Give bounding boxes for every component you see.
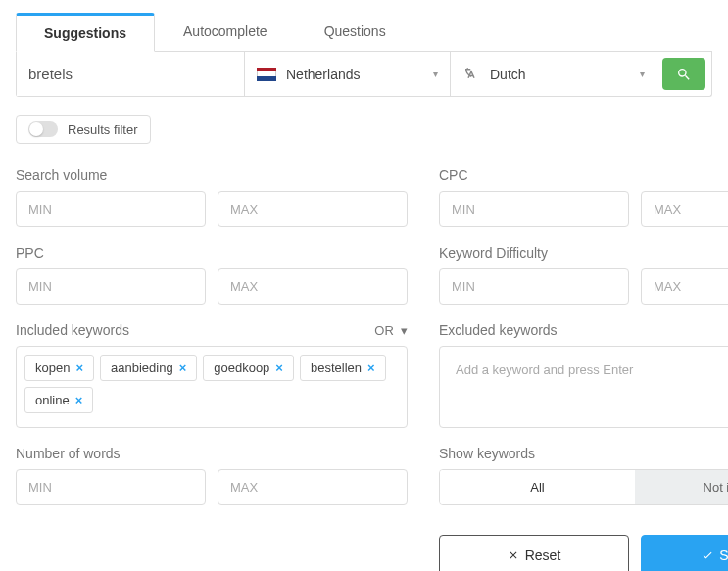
country-label: Netherlands bbox=[286, 67, 423, 82]
ppc-section: PPC bbox=[16, 245, 408, 305]
ppc-label: PPC bbox=[16, 245, 408, 261]
cpc-min[interactable] bbox=[439, 191, 629, 227]
language-label: Dutch bbox=[490, 67, 630, 82]
remove-tag-icon[interactable]: × bbox=[75, 393, 83, 407]
results-filter-row: Results filter bbox=[16, 115, 712, 144]
search-row: Netherlands ▾ Dutch ▾ bbox=[16, 52, 712, 97]
kd-section: Keyword Difficulty bbox=[439, 245, 728, 305]
show-keywords-all[interactable]: All bbox=[440, 470, 635, 504]
cpc-section: CPC bbox=[439, 167, 728, 227]
cpc-max[interactable] bbox=[641, 191, 728, 227]
show-keywords-section: Show keywords All Not in lists bbox=[439, 446, 728, 505]
results-filter-chip: Results filter bbox=[16, 115, 151, 144]
search-icon bbox=[676, 67, 692, 82]
tab-suggestions[interactable]: Suggestions bbox=[16, 13, 155, 52]
cpc-label: CPC bbox=[439, 167, 728, 183]
excluded-label: Excluded keywords bbox=[439, 322, 558, 338]
language-select[interactable]: Dutch ▾ bbox=[451, 52, 656, 96]
show-keywords-not-in-lists[interactable]: Not in lists bbox=[635, 470, 728, 504]
reset-button[interactable]: Reset bbox=[439, 535, 629, 571]
close-icon bbox=[508, 549, 519, 561]
kd-min[interactable] bbox=[439, 268, 629, 305]
excluded-tags-box[interactable]: Add a keyword and press Enter bbox=[439, 346, 728, 428]
tag-kopen: kopen× bbox=[24, 355, 94, 381]
results-filter-toggle[interactable] bbox=[28, 121, 58, 137]
set-filter-button[interactable]: Set filter bbox=[641, 535, 728, 571]
country-select[interactable]: Netherlands ▾ bbox=[245, 52, 451, 96]
number-words-max[interactable] bbox=[218, 469, 408, 505]
excluded-placeholder: Add a keyword and press Enter bbox=[452, 357, 728, 383]
tab-autocomplete[interactable]: Autocomplete bbox=[155, 13, 296, 52]
remove-tag-icon[interactable]: × bbox=[275, 360, 283, 375]
results-filter-label: Results filter bbox=[68, 122, 138, 137]
included-section: Included keywords OR ▾ kopen× aanbieding… bbox=[16, 322, 408, 428]
tag-aanbieding: aanbieding× bbox=[100, 355, 197, 381]
remove-tag-icon[interactable]: × bbox=[179, 360, 187, 375]
chevron-down-icon: ▾ bbox=[433, 69, 438, 79]
remove-tag-icon[interactable]: × bbox=[75, 360, 83, 375]
search-volume-section: Search volume bbox=[16, 167, 408, 227]
show-keywords-toggle: All Not in lists bbox=[439, 469, 728, 505]
language-icon bbox=[462, 66, 480, 83]
keyword-input[interactable] bbox=[17, 52, 245, 96]
action-buttons: Reset Set filter bbox=[439, 535, 728, 571]
included-mode-select[interactable]: OR ▾ bbox=[374, 323, 408, 338]
search-volume-max[interactable] bbox=[218, 191, 408, 227]
tag-bestellen: bestellen× bbox=[300, 355, 386, 381]
tag-online: online× bbox=[24, 387, 93, 413]
ppc-min[interactable] bbox=[16, 268, 206, 305]
ppc-max[interactable] bbox=[218, 268, 408, 305]
tag-goedkoop: goedkoop× bbox=[203, 355, 294, 381]
included-label: Included keywords bbox=[16, 322, 129, 338]
search-button[interactable] bbox=[662, 58, 705, 90]
tab-questions[interactable]: Questions bbox=[296, 13, 414, 52]
show-keywords-label: Show keywords bbox=[439, 446, 728, 461]
included-tags-box[interactable]: kopen× aanbieding× goedkoop× bestellen× … bbox=[16, 346, 408, 428]
number-words-min[interactable] bbox=[16, 469, 206, 505]
search-volume-label: Search volume bbox=[16, 167, 408, 183]
flag-icon bbox=[257, 68, 276, 81]
tabs-bar: Suggestions Autocomplete Questions bbox=[16, 12, 712, 52]
chevron-down-icon: ▾ bbox=[640, 69, 645, 79]
number-words-section: Number of words bbox=[16, 446, 408, 505]
check-icon bbox=[702, 549, 713, 561]
kd-max[interactable] bbox=[641, 268, 728, 305]
remove-tag-icon[interactable]: × bbox=[367, 360, 375, 375]
search-volume-min[interactable] bbox=[16, 191, 206, 227]
kd-label: Keyword Difficulty bbox=[439, 245, 728, 261]
number-words-label: Number of words bbox=[16, 446, 408, 461]
excluded-section: Excluded keywords OR ▾ Add a keyword and… bbox=[439, 322, 728, 428]
